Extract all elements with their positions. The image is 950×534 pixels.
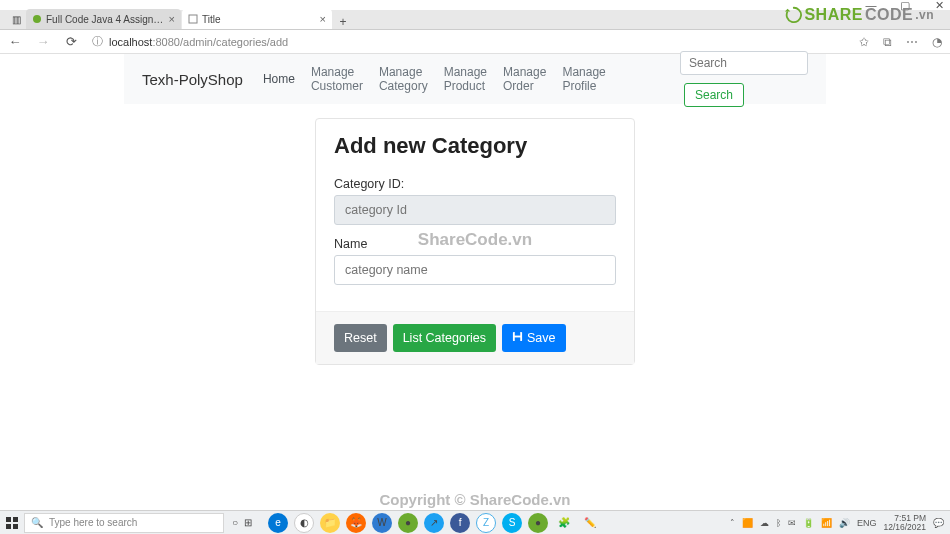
save-icon — [512, 331, 523, 345]
navbar-search-button[interactable]: Search — [684, 83, 744, 107]
card-title: Add new Category — [316, 119, 634, 169]
taskbar-app-eclipse[interactable]: ◐ — [294, 513, 314, 533]
add-category-card: Add new Category Category ID: Name Reset… — [315, 118, 635, 365]
taskbar-app-spring[interactable]: ● — [398, 513, 418, 533]
tray-overflow-icon[interactable]: ˄ — [730, 518, 735, 528]
taskbar-app-files[interactable]: 📁 — [320, 513, 340, 533]
url-path: /admin/categories/add — [180, 36, 288, 48]
brand[interactable]: Texh-PolyShop — [142, 71, 243, 88]
nav-manage-order[interactable]: Manage Order — [503, 65, 546, 94]
svg-rect-7 — [13, 517, 18, 522]
tray-clock[interactable]: 7:51 PM 12/16/2021 — [883, 514, 926, 531]
site-info-icon[interactable]: ⓘ — [92, 34, 103, 49]
taskbar-app-fb[interactable]: f — [450, 513, 470, 533]
input-category-id[interactable] — [334, 195, 616, 225]
favorite-icon[interactable]: ✩ — [859, 35, 869, 49]
nav-manage-product[interactable]: Manage Product — [444, 65, 487, 94]
navbar-search-input[interactable] — [680, 51, 808, 75]
tab-close-icon[interactable]: × — [169, 13, 175, 25]
tray-app-icon[interactable]: 🟧 — [742, 518, 753, 528]
new-tab-button[interactable]: + — [333, 15, 353, 29]
extensions-icon[interactable]: ⋯ — [906, 35, 918, 49]
page-navbar: Texh-PolyShop Home Manage Customer Manag… — [124, 54, 826, 104]
favicon-icon — [32, 14, 42, 24]
collections-icon[interactable]: ⧉ — [883, 35, 892, 49]
url-input[interactable]: ⓘ localhost:8080/admin/categories/add — [92, 34, 845, 49]
save-button[interactable]: Save — [502, 324, 566, 352]
taskbar-app-firefox[interactable]: 🦊 — [346, 513, 366, 533]
reset-button[interactable]: Reset — [334, 324, 387, 352]
label-category-id: Category ID: — [334, 177, 616, 191]
window-minimize[interactable]: — — [866, 0, 876, 10]
tray-msg-icon[interactable]: ✉ — [788, 518, 796, 528]
taskbar-app-spring2[interactable]: ● — [528, 513, 548, 533]
reload-icon[interactable]: ⟳ — [64, 35, 78, 49]
taskview-icon[interactable]: ⊞ — [244, 517, 252, 528]
tab-title: Title — [202, 14, 316, 25]
tray-notifications-icon[interactable]: 💬 — [933, 518, 944, 528]
tray-cloud-icon[interactable]: ☁ — [760, 518, 769, 528]
svg-rect-1 — [189, 15, 197, 23]
favicon-icon — [188, 14, 198, 24]
taskbar-app-share[interactable]: ↗ — [424, 513, 444, 533]
taskbar-app-misc2[interactable]: ✏️ — [580, 513, 600, 533]
input-category-name[interactable] — [334, 255, 616, 285]
svg-rect-4 — [515, 332, 521, 336]
taskbar-app-skype[interactable]: S — [502, 513, 522, 533]
taskbar-app-edge[interactable]: e — [268, 513, 288, 533]
taskbar-search[interactable]: 🔍 Type here to search — [24, 513, 224, 533]
profile-icon[interactable]: ◔ — [932, 35, 942, 49]
nav-home[interactable]: Home — [263, 72, 295, 86]
search-icon: 🔍 — [31, 517, 43, 528]
window-close[interactable]: ✕ — [934, 0, 944, 10]
label-category-name: Name — [334, 237, 616, 251]
browser-tabstrip: ▥ Full Code Java 4 Assignment SO... × Ti… — [0, 10, 950, 30]
svg-rect-5 — [515, 337, 521, 341]
save-label: Save — [527, 331, 556, 345]
svg-point-0 — [33, 15, 41, 23]
forward-icon: → — [36, 35, 50, 49]
svg-rect-9 — [13, 524, 18, 529]
tab-close-icon[interactable]: × — [320, 13, 326, 25]
nav-manage-category[interactable]: Manage Category — [379, 65, 428, 94]
start-button[interactable] — [0, 511, 24, 535]
taskbar-app-zalo[interactable]: Z — [476, 513, 496, 533]
tray-battery-icon[interactable]: 🔋 — [803, 518, 814, 528]
taskbar-app-word[interactable]: W — [372, 513, 392, 533]
tray-date: 12/16/2021 — [883, 523, 926, 532]
windows-taskbar: 🔍 Type here to search ○ ⊞ e ◐ 📁 🦊 W ● ↗ … — [0, 510, 950, 534]
watermark-copyright: Copyright © ShareCode.vn — [379, 491, 570, 508]
tray-wifi-icon[interactable]: 📶 — [821, 518, 832, 528]
back-icon[interactable]: ← — [8, 35, 22, 49]
tray-bluetooth-icon[interactable]: ᛒ — [776, 518, 781, 528]
taskbar-app-misc1[interactable]: 🧩 — [554, 513, 574, 533]
list-categories-button[interactable]: List Categories — [393, 324, 496, 352]
browser-tab-active[interactable]: Title × — [182, 9, 332, 29]
nav-manage-customer[interactable]: Manage Customer — [311, 65, 363, 94]
svg-rect-6 — [6, 517, 11, 522]
svg-rect-8 — [6, 524, 11, 529]
tab-title: Full Code Java 4 Assignment SO... — [46, 14, 165, 25]
window-maximize[interactable]: ▢ — [900, 0, 910, 10]
tray-lang[interactable]: ENG — [857, 518, 877, 528]
browser-tab[interactable]: Full Code Java 4 Assignment SO... × — [26, 9, 181, 29]
tabstrip-sys-icon[interactable]: ▥ — [6, 9, 26, 29]
nav-manage-profile[interactable]: Manage Profile — [562, 65, 605, 94]
tray-volume-icon[interactable]: 🔊 — [839, 518, 850, 528]
taskbar-search-placeholder: Type here to search — [49, 517, 137, 528]
url-host: localhost — [109, 36, 152, 48]
url-port: :8080 — [152, 36, 180, 48]
cortana-icon[interactable]: ○ — [232, 517, 238, 528]
